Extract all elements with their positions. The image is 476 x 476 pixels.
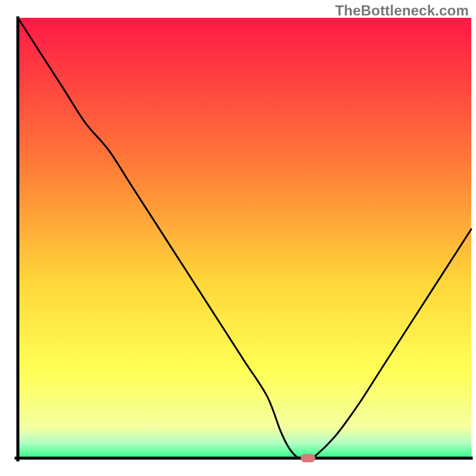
plot-background [18,18,471,458]
watermark-text: TheBottleneck.com [335,2,469,19]
bottleneck-chart: TheBottleneck.com [0,0,476,476]
optimum-marker [301,454,315,462]
chart-svg [0,0,476,476]
